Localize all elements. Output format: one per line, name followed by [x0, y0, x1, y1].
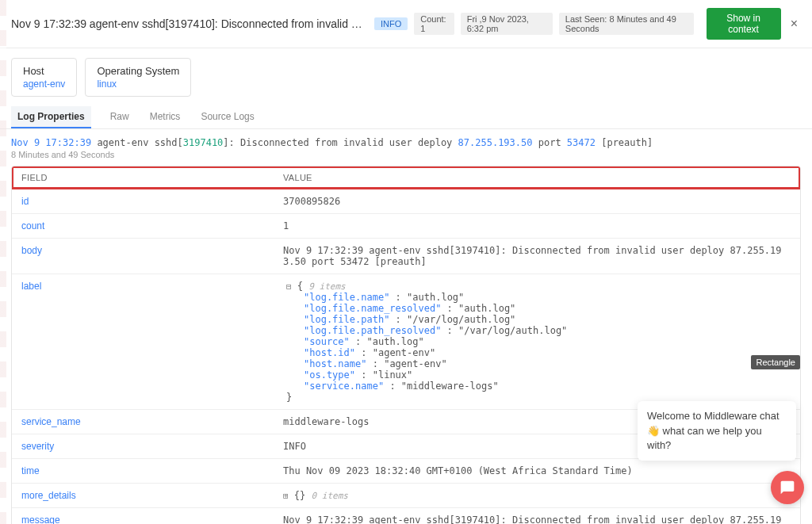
table-row: body Nov 9 17:32:39 agent-env sshd[31974… [12, 238, 800, 273]
level-badge: INFO [374, 17, 408, 30]
json-value: "agent-env" [384, 358, 446, 369]
json-value: "middleware-logs" [401, 381, 499, 392]
os-card-label: Operating System [97, 65, 179, 77]
properties-table: FIELD VALUE id 3700895826 count 1 body N… [11, 166, 801, 524]
field-count[interactable]: count [12, 214, 274, 238]
json-key[interactable]: "log.file.name" [304, 292, 389, 303]
tab-raw[interactable]: Raw [109, 106, 131, 128]
field-more-details[interactable]: more_details [12, 484, 274, 507]
value-body: Nov 9 17:32:39 agent-env sshd[3197410]: … [274, 239, 800, 273]
json-value: "auth.log" [366, 336, 423, 347]
log-age: 8 Minutes and 49 Seconds [0, 148, 812, 166]
header-value: VALUE [274, 166, 800, 189]
field-label[interactable]: label [12, 274, 274, 298]
host-card: Host agent-env [11, 58, 77, 97]
log-title: Nov 9 17:32:39 agent-env sshd[3197410]: … [11, 17, 368, 30]
left-decorative-strip [0, 0, 6, 524]
table-row: more_details ⊞ {} 0 items [12, 483, 800, 507]
log-host: agent-env sshd[ [97, 137, 182, 148]
json-key[interactable]: "service.name" [304, 381, 384, 392]
log-preauth: [preauth] [596, 137, 653, 148]
json-key[interactable]: "log.file.name_resolved" [304, 303, 441, 314]
header-bar: Nov 9 17:32:39 agent-env sshd[3197410]: … [0, 0, 812, 48]
value-time: Thu Nov 09 2023 18:32:40 GMT+0100 (West … [274, 459, 800, 483]
json-value: "linux" [373, 369, 413, 381]
table-row: label ⊟ { 9 items"log.file.name" : "auth… [12, 273, 800, 409]
chat-fab[interactable] [771, 471, 804, 504]
count-badge: Count: 1 [414, 13, 454, 35]
collapse-icon[interactable]: ⊟ [286, 281, 292, 292]
field-body[interactable]: body [12, 239, 274, 262]
os-card-value[interactable]: linux [97, 78, 179, 90]
header-field: FIELD [12, 166, 274, 189]
value-more-details: ⊞ {} 0 items [274, 484, 800, 507]
json-key[interactable]: "log.file.path_resolved" [304, 325, 441, 336]
tab-metrics[interactable]: Metrics [148, 106, 182, 128]
json-value: "/var/log/auth.log" [407, 314, 515, 325]
chat-text: Welcome to Middleware chat 👋 what can we… [647, 410, 779, 450]
field-time[interactable]: time [12, 459, 274, 483]
info-cards: Host agent-env Operating System linux [0, 48, 812, 106]
show-in-context-button[interactable]: Show in context [707, 8, 781, 40]
close-icon[interactable]: × [787, 17, 801, 31]
rectangle-tooltip: Rectangle [751, 355, 800, 369]
field-id[interactable]: id [12, 189, 274, 213]
log-port: 53472 [567, 137, 596, 148]
json-value: "auth.log" [407, 292, 464, 303]
log-raw-line: Nov 9 17:32:39 agent-env sshd[3197410]: … [0, 129, 812, 148]
json-key[interactable]: "host.id" [304, 347, 355, 358]
log-date: Nov 9 17:32:39 [11, 137, 91, 148]
json-value: "auth.log" [458, 303, 515, 314]
tab-log-properties[interactable]: Log Properties [11, 106, 91, 128]
chat-popup[interactable]: Welcome to Middleware chat 👋 what can we… [638, 401, 796, 461]
log-pid: 3197410 [183, 137, 224, 148]
host-card-label: Host [23, 65, 65, 77]
value-message: Nov 9 17:32:39 agent-env sshd[3197410]: … [274, 508, 800, 524]
value-id: 3700895826 [274, 189, 800, 213]
json-key[interactable]: "os.type" [304, 369, 355, 381]
lastseen-badge: Last Seen: 8 Minutes and 49 Seconds [559, 13, 694, 35]
table-row: message Nov 9 17:32:39 agent-env sshd[31… [12, 507, 800, 524]
table-header-row: FIELD VALUE [12, 166, 800, 189]
tab-row: Log Properties Raw Metrics Source Logs [0, 106, 812, 129]
os-card: Operating System linux [85, 58, 191, 97]
value-label: ⊟ { 9 items"log.file.name" : "auth.log""… [274, 274, 800, 409]
chat-icon [779, 480, 795, 495]
log-port-label: port [532, 137, 566, 148]
host-card-value[interactable]: agent-env [23, 78, 65, 90]
field-message[interactable]: message [12, 508, 274, 524]
field-severity[interactable]: severity [12, 434, 274, 458]
table-row: count 1 [12, 213, 800, 238]
table-row: id 3700895826 [12, 189, 800, 213]
json-key[interactable]: "source" [304, 336, 350, 347]
value-count: 1 [274, 214, 800, 238]
field-service-name[interactable]: service_name [12, 410, 274, 434]
json-value: "/var/log/auth.log" [458, 325, 567, 336]
json-value: "agent-env" [373, 347, 435, 358]
json-key[interactable]: "log.file.path" [304, 314, 389, 325]
json-key[interactable]: "host.name" [304, 358, 366, 369]
table-row: time Thu Nov 09 2023 18:32:40 GMT+0100 (… [12, 458, 800, 483]
date-badge: Fri ,9 Nov 2023, 6:32 pm [461, 13, 553, 35]
log-ip: 87.255.193.50 [458, 137, 533, 148]
expand-icon[interactable]: ⊞ [283, 491, 289, 501]
log-mid: ]: Disconnected from invalid user deploy [223, 137, 458, 148]
tab-source-logs[interactable]: Source Logs [199, 106, 255, 128]
